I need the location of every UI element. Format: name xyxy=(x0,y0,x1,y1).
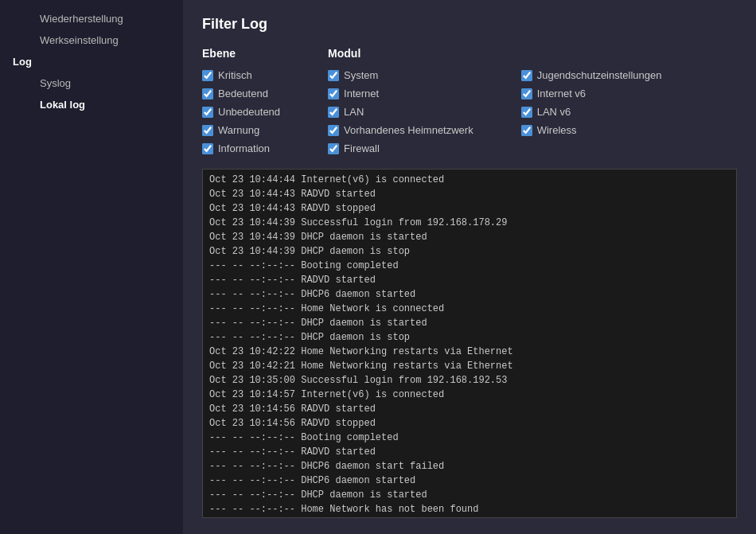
checkbox-firewall: Firewall xyxy=(328,141,473,156)
checkbox-system: System xyxy=(328,68,473,83)
sidebar-item-syslog[interactable]: Syslog xyxy=(0,72,183,94)
bedeutend-checkbox[interactable] xyxy=(202,88,213,99)
sidebar-item-wiederherstellung[interactable]: Wiederherstellung xyxy=(0,8,183,29)
filter-ebene: Ebene Kritisch Bedeutend Unbedeutend War… xyxy=(202,47,280,156)
checkbox-unbedeutend: Unbedeutend xyxy=(202,104,280,119)
checkbox-kritisch: Kritisch xyxy=(202,68,280,83)
warnung-label[interactable]: Warnung xyxy=(218,124,259,136)
log-line: Oct 23 10:44:39 Successful login from 19… xyxy=(209,216,730,230)
internet-v6-checkbox[interactable] xyxy=(521,88,532,99)
sidebar-item-lokal-log[interactable]: Lokal log xyxy=(0,94,183,115)
filter-modul2: Modul Jugendschutzeinstellungen Internet… xyxy=(521,47,662,156)
vorhandenes-heimnetzwerk-label[interactable]: Vorhandenes Heimnetzwerk xyxy=(344,124,473,136)
firewall-label[interactable]: Firewall xyxy=(344,142,380,154)
log-line: Oct 23 10:42:21 Home Networking restarts… xyxy=(209,359,730,373)
kritisch-label[interactable]: Kritisch xyxy=(218,69,252,81)
checkbox-wireless: Wireless xyxy=(521,123,662,138)
wireless-label[interactable]: Wireless xyxy=(537,124,577,136)
system-label[interactable]: System xyxy=(344,69,378,81)
log-line: Oct 23 10:35:00 Successful login from 19… xyxy=(209,373,730,388)
ebene-label: Ebene xyxy=(202,47,280,60)
bedeutend-label[interactable]: Bedeutend xyxy=(218,88,268,99)
log-line: --- -- --:--:-- DHCP6 daemon started xyxy=(209,287,730,302)
main-content: Filter Log Ebene Kritisch Bedeutend Unbe… xyxy=(183,0,756,534)
page-title: Filter Log xyxy=(202,16,737,33)
system-checkbox[interactable] xyxy=(328,70,339,81)
information-label[interactable]: Information xyxy=(218,142,270,154)
log-line: --- -- --:--:-- Home Network is connecte… xyxy=(209,302,730,316)
checkbox-internet: Internet xyxy=(328,86,473,101)
log-line: --- -- --:--:-- DHCP6 daemon start faile… xyxy=(209,459,730,474)
checkbox-lan-v6: LAN v6 xyxy=(521,104,662,119)
log-line: Oct 23 10:14:56 RADVD stopped xyxy=(209,416,730,431)
log-line: --- -- --:--:-- RADVD started xyxy=(209,273,730,287)
log-line: Oct 23 10:44:39 DHCP daemon is started xyxy=(209,230,730,244)
lan-v6-label[interactable]: LAN v6 xyxy=(537,106,571,118)
log-line: --- -- --:--:-- Booting completed xyxy=(209,431,730,445)
log-line: --- -- --:--:-- DHCP6 daemon started xyxy=(209,474,730,488)
internet-checkbox[interactable] xyxy=(328,88,339,99)
log-line: --- -- --:--:-- DHCP daemon is stop xyxy=(209,330,730,345)
checkbox-information: Information xyxy=(202,141,280,156)
internet-label[interactable]: Internet xyxy=(344,88,379,99)
unbedeutend-checkbox[interactable] xyxy=(202,107,213,118)
internet-v6-label[interactable]: Internet v6 xyxy=(537,88,586,99)
filter-modul: Modul System Internet LAN Vorhandenes He… xyxy=(328,47,473,156)
checkbox-bedeutend: Bedeutend xyxy=(202,86,280,101)
lan-v6-checkbox[interactable] xyxy=(521,107,532,118)
sidebar-item-log[interactable]: Log xyxy=(0,51,183,72)
unbedeutend-label[interactable]: Unbedeutend xyxy=(218,106,280,118)
filter-section: Ebene Kritisch Bedeutend Unbedeutend War… xyxy=(202,47,737,156)
checkbox-warnung: Warnung xyxy=(202,123,280,138)
log-line: Oct 23 10:44:44 Internet(v6) is connecte… xyxy=(209,173,730,187)
log-line: Oct 23 10:14:56 RADVD started xyxy=(209,402,730,416)
log-line: Oct 23 10:44:43 RADVD started xyxy=(209,187,730,201)
lan-label[interactable]: LAN xyxy=(344,106,364,118)
sidebar-item-werkseinstellung[interactable]: Werkseinstellung xyxy=(0,29,183,51)
checkbox-vorhandenes-heimnetzwerk: Vorhandenes Heimnetzwerk xyxy=(328,123,473,138)
log-line: --- -- --:--:-- DHCP daemon is started xyxy=(209,488,730,502)
jugendschutz-label[interactable]: Jugendschutzeinstellungen xyxy=(537,69,662,81)
firewall-checkbox[interactable] xyxy=(328,143,339,154)
log-line: Oct 23 10:14:57 Internet(v6) is connecte… xyxy=(209,388,730,402)
warnung-checkbox[interactable] xyxy=(202,125,213,136)
lan-checkbox[interactable] xyxy=(328,107,339,118)
checkbox-internet-v6: Internet v6 xyxy=(521,86,662,101)
log-container[interactable]: Oct 23 10:44:44 Internet(v6) is connecte… xyxy=(202,169,737,518)
kritisch-checkbox[interactable] xyxy=(202,70,213,81)
log-line: --- -- --:--:-- Home Network has not bee… xyxy=(209,502,730,516)
log-line: Oct 23 10:44:43 RADVD stopped xyxy=(209,201,730,216)
jugendschutz-checkbox[interactable] xyxy=(521,70,532,81)
log-line: --- -- --:--:-- RADVD started xyxy=(209,445,730,459)
vorhandenes-heimnetzwerk-checkbox[interactable] xyxy=(328,125,339,136)
log-line: --- -- --:--:-- DHCP daemon is started xyxy=(209,316,730,330)
log-line: Oct 23 10:12:37 Home Networking restarts… xyxy=(209,516,730,518)
checkbox-jugendschutz: Jugendschutzeinstellungen xyxy=(521,68,662,83)
log-line: Oct 23 10:44:39 DHCP daemon is stop xyxy=(209,244,730,259)
log-line: --- -- --:--:-- Booting completed xyxy=(209,259,730,273)
modul-label: Modul xyxy=(328,47,473,60)
wireless-checkbox[interactable] xyxy=(521,125,532,136)
information-checkbox[interactable] xyxy=(202,143,213,154)
log-line: Oct 23 10:42:22 Home Networking restarts… xyxy=(209,345,730,359)
sidebar: Wiederherstellung Werkseinstellung Log S… xyxy=(0,0,183,534)
checkbox-lan: LAN xyxy=(328,104,473,119)
